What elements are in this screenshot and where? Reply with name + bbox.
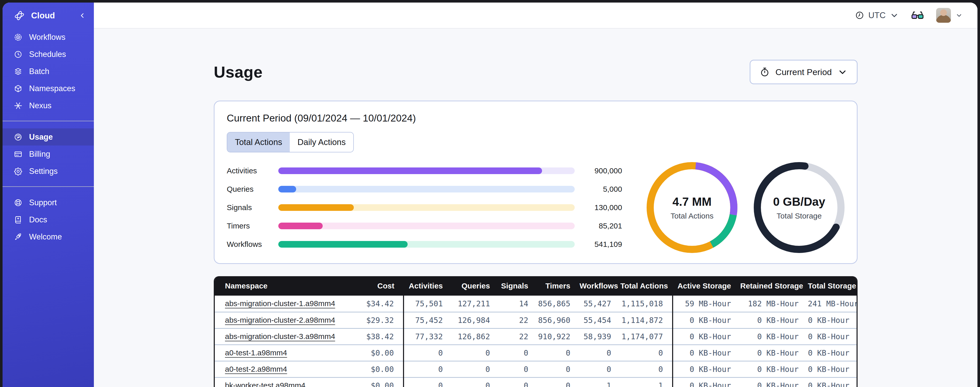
queries-cell: 126,862 [452, 328, 499, 345]
column-header-namespace: Namespace [215, 276, 356, 296]
sidebar-item-label: Support [29, 198, 57, 207]
stopwatch-icon [760, 67, 770, 77]
bar-value: 5,000 [583, 185, 622, 194]
cost-cell: $29.32 [356, 312, 404, 328]
table-row: bk-worker-test.a98mm4$0.000000110 KB-Hou… [215, 377, 858, 387]
chevron-down-icon [890, 11, 899, 20]
signals-cell: 22 [499, 312, 538, 328]
retained_storage-cell: 182 MB-Hour [740, 296, 808, 312]
sidebar-nav-main: WorkflowsSchedulesBatchNamespacesNexus [3, 29, 94, 114]
bar-track [278, 241, 575, 248]
total_storage-cell: 0 KB-Hour [808, 377, 858, 387]
column-header-workflows: Workflows [579, 276, 620, 296]
sidebar-collapse-button[interactable] [79, 12, 86, 19]
total-storage-label: Total Storage [777, 212, 822, 220]
bar-track [278, 168, 575, 174]
signals-cell: 0 [499, 361, 538, 377]
bar-fill [278, 186, 296, 192]
reader-glasses-icon[interactable] [911, 8, 924, 22]
queries-cell: 127,211 [452, 296, 499, 312]
actions-bar-chart: Activities900,000Queries5,000Signals130,… [227, 166, 630, 249]
column-header-active_storage: Active Storage [673, 276, 740, 296]
bar-track [278, 204, 575, 211]
period-selector-button[interactable]: Current Period [750, 60, 858, 84]
queries-cell: 0 [452, 361, 499, 377]
timezone-label: UTC [868, 10, 886, 20]
total_storage-cell: 0 KB-Hour [808, 312, 858, 328]
usage-icon [14, 133, 22, 141]
bar-value: 130,000 [583, 203, 622, 212]
total_storage-cell: 0 KB-Hour [808, 345, 858, 361]
namespaces-icon [14, 84, 22, 93]
bar-label: Activities [227, 166, 270, 175]
namespace-link[interactable]: bk-worker-test.a98mm4 [225, 381, 305, 387]
activities-cell: 75,452 [404, 312, 452, 328]
namespace-cell: a0-test-2.a98mm4 [215, 361, 356, 377]
activities-cell: 0 [404, 361, 452, 377]
bar-label: Workflows [227, 240, 270, 249]
workflows-cell: 0 [579, 345, 620, 361]
timezone-selector[interactable]: UTC [855, 10, 899, 20]
sidebar-item-namespaces[interactable]: Namespaces [3, 80, 94, 97]
nexus-icon [14, 101, 22, 110]
account-menu[interactable] [936, 8, 963, 23]
table-row: abs-migration-cluster-3.a98mm4$38.4277,3… [215, 328, 858, 345]
retained_storage-cell: 0 KB-Hour [740, 328, 808, 345]
total_actions-cell: 1,174,077 [620, 328, 673, 345]
namespace-link[interactable]: abs-migration-cluster-3.a98mm4 [225, 332, 335, 341]
timers-cell: 910,922 [538, 328, 579, 345]
sidebar-item-usage[interactable]: Usage [3, 128, 94, 146]
queries-cell: 0 [452, 377, 499, 387]
sidebar: Cloud WorkflowsSchedulesBatchNamespacesN… [3, 3, 94, 387]
signals-cell: 14 [499, 296, 538, 312]
namespace-link[interactable]: abs-migration-cluster-2.a98mm4 [225, 316, 335, 324]
sidebar-item-label: Welcome [29, 232, 62, 241]
bar-track [278, 186, 575, 192]
bar-row-workflows: Workflows541,109 [227, 240, 622, 249]
table-row: abs-migration-cluster-1.a98mm4$34.4275,5… [215, 296, 858, 312]
bar-label: Timers [227, 222, 270, 230]
namespace-link[interactable]: a0-test-2.a98mm4 [225, 365, 287, 373]
active_storage-cell: 0 KB-Hour [673, 361, 740, 377]
billing-icon [14, 150, 22, 158]
workflows-cell: 1 [579, 377, 620, 387]
chevron-down-icon [956, 12, 963, 19]
timers-cell: 856,960 [538, 312, 579, 328]
clock-icon [855, 11, 864, 20]
sidebar-item-workflows[interactable]: Workflows [3, 29, 94, 46]
tab-daily-actions[interactable]: Daily Actions [290, 133, 353, 152]
namespace-link[interactable]: abs-migration-cluster-1.a98mm4 [225, 299, 335, 308]
workflows-cell: 55,454 [579, 312, 620, 328]
sidebar-item-welcome[interactable]: Welcome [3, 228, 94, 245]
workflows-cell: 55,427 [579, 296, 620, 312]
sidebar-item-billing[interactable]: Billing [3, 146, 94, 163]
bar-fill [278, 204, 354, 211]
total_actions-cell: 0 [620, 361, 673, 377]
tab-total-actions[interactable]: Total Actions [227, 133, 290, 152]
sidebar-item-schedules[interactable]: Schedules [3, 46, 94, 63]
activities-cell: 75,501 [404, 296, 452, 312]
bar-row-timers: Timers85,201 [227, 222, 622, 230]
sidebar-item-nexus[interactable]: Nexus [3, 97, 94, 114]
namespace-link[interactable]: a0-test-1.a98mm4 [225, 349, 287, 357]
total_storage-cell: 241 MB-Hour [808, 296, 858, 312]
bar-value: 900,000 [583, 166, 622, 175]
table-row: a0-test-1.a98mm4$0.000000000 KB-Hour0 KB… [215, 345, 858, 361]
sidebar-item-settings[interactable]: Settings [3, 163, 94, 180]
column-header-timers: Timers [538, 276, 579, 296]
sidebar-item-support[interactable]: Support [3, 194, 94, 211]
support-icon [14, 198, 22, 207]
sidebar-item-docs[interactable]: Docs [3, 211, 94, 228]
welcome-icon [14, 233, 22, 241]
sidebar-item-batch[interactable]: Batch [3, 63, 94, 80]
active_storage-cell: 59 MB-Hour [673, 296, 740, 312]
page-title: Usage [214, 63, 263, 81]
column-header-signals: Signals [499, 276, 538, 296]
bar-label: Signals [227, 203, 270, 212]
bar-row-queries: Queries5,000 [227, 185, 622, 194]
total-actions-value: 4.7 MM [672, 195, 711, 209]
sidebar-item-label: Docs [29, 215, 47, 224]
signals-cell: 22 [499, 328, 538, 345]
chevron-left-icon [79, 12, 86, 19]
namespace-cell: abs-migration-cluster-2.a98mm4 [215, 312, 356, 328]
